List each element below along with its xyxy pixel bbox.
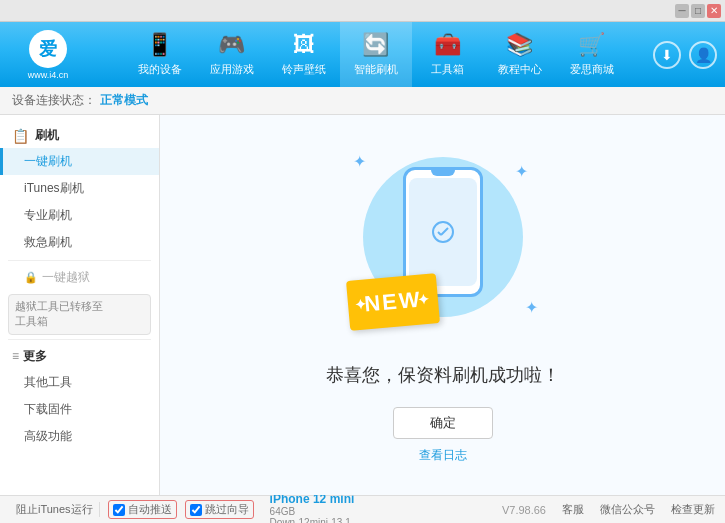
advanced-label: 高级功能 [24,429,72,443]
nav-label-smart-flash: 智能刷机 [354,62,398,77]
bottom-right: V7.98.66 客服 微信公众号 检查更新 [502,502,715,517]
nav-icon-ringtone: 🖼 [293,32,315,58]
nav-label-tutorial: 教程中心 [498,62,542,77]
nav-icon-my-device: 📱 [146,32,173,58]
sparkle-3: ✦ [525,298,538,317]
more-section-label: 更多 [23,348,47,365]
close-button[interactable]: ✕ [707,4,721,18]
bottom-bar: 阻止iTunes运行 自动推送 跳过向导 iPhone 12 mini 64GB… [0,495,725,523]
new-star-left: ✦ [353,296,368,313]
pro-flash-label: 专业刷机 [24,208,72,222]
sidebar: 📋 刷机 一键刷机 iTunes刷机 专业刷机 救急刷机 🔒 一键越狱 越狱工具… [0,115,160,495]
flash-section-icon: 📋 [12,128,29,144]
nav-label-apps-games: 应用游戏 [210,62,254,77]
nav-icon-tutorial: 📚 [506,32,533,58]
nav-label-toolbox: 工具箱 [431,62,464,77]
jailbreak-label: 一键越狱 [42,269,90,286]
logo-symbol: 爱 [39,37,57,61]
nav-item-toolbox[interactable]: 🧰 工具箱 [412,22,484,87]
save-flash-label: 救急刷机 [24,235,72,249]
sidebar-item-advanced[interactable]: 高级功能 [0,423,159,450]
nav-icon-store: 🛒 [578,32,605,58]
one-key-flash-label: 一键刷机 [24,154,72,168]
nav-item-my-device[interactable]: 📱 我的设备 [124,22,196,87]
sidebar-divider-1 [8,260,151,261]
nav-item-smart-flash[interactable]: 🔄 智能刷机 [340,22,412,87]
check-update-link[interactable]: 检查更新 [671,502,715,517]
bottom-left: 阻止iTunes运行 自动推送 跳过向导 iPhone 12 mini 64GB… [10,492,502,524]
sidebar-note-jailbreak: 越狱工具已转移至工具箱 [8,294,151,335]
sidebar-item-pro-flash[interactable]: 专业刷机 [0,202,159,229]
logo-circle: 爱 [29,30,67,68]
sidebar-item-itunes-flash[interactable]: iTunes刷机 [0,175,159,202]
sparkle-2: ✦ [515,162,528,181]
sidebar-item-other-tools[interactable]: 其他工具 [0,369,159,396]
success-text: 恭喜您，保资料刷机成功啦！ [326,363,560,387]
phone-screen [409,178,477,286]
download-firmware-label: 下载固件 [24,402,72,416]
new-banner: ✦ NEW ✦ [345,273,439,331]
nav-item-store[interactable]: 🛒 爱思商城 [556,22,628,87]
illustration: ✦ ✦ ✦ ✦ NEW ✦ [343,147,543,347]
sidebar-section-flash[interactable]: 📋 刷机 [0,123,159,148]
auto-connect-input[interactable] [113,504,125,516]
svg-line-2 [441,228,448,235]
phone-notch [431,168,455,176]
new-star-right: ✦ [417,290,432,307]
nav-item-tutorial[interactable]: 📚 教程中心 [484,22,556,87]
sidebar-item-one-key-flash[interactable]: 一键刷机 [0,148,159,175]
title-bar: ─ □ ✕ [0,0,725,22]
sidebar-item-download-firmware[interactable]: 下载固件 [0,396,159,423]
sidebar-disabled-jailbreak: 🔒 一键越狱 [0,265,159,290]
device-storage: 64GB [270,506,355,517]
confirm-button[interactable]: 确定 [393,407,493,439]
nav-icon-smart-flash: 🔄 [362,32,389,58]
nav-item-apps-games[interactable]: 🎮 应用游戏 [196,22,268,87]
nav-icon-apps-games: 🎮 [218,32,245,58]
status-label: 设备连接状态： [12,92,96,109]
itunes-flash-label: iTunes刷机 [24,181,84,195]
skip-wizard-label: 跳过向导 [205,502,249,517]
top-nav: 爱 www.i4.cn 📱 我的设备 🎮 应用游戏 🖼 铃声壁纸 🔄 智能刷机 … [0,22,725,87]
stop-itunes-button[interactable]: 阻止iTunes运行 [10,502,100,517]
nav-item-ringtone[interactable]: 🖼 铃声壁纸 [268,22,340,87]
skip-wizard-input[interactable] [190,504,202,516]
sidebar-item-save-flash[interactable]: 救急刷机 [0,229,159,256]
view-log-link[interactable]: 查看日志 [419,447,467,464]
content-area: ✦ ✦ ✦ ✦ NEW ✦ 恭喜您，保资料刷机成功啦！ 确定 查看日志 [160,115,725,495]
sidebar-divider-2 [8,339,151,340]
user-button[interactable]: 👤 [689,41,717,69]
lock-icon: 🔒 [24,271,38,284]
svg-line-1 [438,232,441,235]
flash-section-label: 刷机 [35,127,59,144]
stop-itunes-label: 阻止iTunes运行 [16,502,93,517]
nav-label-my-device: 我的设备 [138,62,182,77]
wechat-link[interactable]: 微信公众号 [600,502,655,517]
logo-url: www.i4.cn [28,70,69,80]
more-section-icon: ≡ [12,349,19,363]
minimize-button[interactable]: ─ [675,4,689,18]
maximize-button[interactable]: □ [691,4,705,18]
status-bar: 设备连接状态： 正常模式 [0,87,725,115]
new-badge-text: NEW [363,286,422,317]
logo[interactable]: 爱 www.i4.cn [8,30,88,80]
sidebar-section-more[interactable]: ≡ 更多 [0,344,159,369]
nav-label-ringtone: 铃声壁纸 [282,62,326,77]
nav-label-store: 爱思商城 [570,62,614,77]
skip-wizard-checkbox[interactable]: 跳过向导 [185,500,254,519]
jailbreak-note: 越狱工具已转移至工具箱 [15,300,103,327]
other-tools-label: 其他工具 [24,375,72,389]
auto-connect-label: 自动推送 [128,502,172,517]
status-value: 正常模式 [100,92,148,109]
nav-items: 📱 我的设备 🎮 应用游戏 🖼 铃声壁纸 🔄 智能刷机 🧰 工具箱 📚 教程中心… [98,22,653,87]
download-button[interactable]: ⬇ [653,41,681,69]
nav-right: ⬇ 👤 [653,41,717,69]
customer-service-link[interactable]: 客服 [562,502,584,517]
device-system: Down-12mini-13.1 [270,517,355,524]
nav-icon-toolbox: 🧰 [434,32,461,58]
sparkle-1: ✦ [353,152,366,171]
auto-connect-checkbox[interactable]: 自动推送 [108,500,177,519]
main-layout: 📋 刷机 一键刷机 iTunes刷机 专业刷机 救急刷机 🔒 一键越狱 越狱工具… [0,115,725,495]
version-text: V7.98.66 [502,504,546,516]
device-info: iPhone 12 mini 64GB Down-12mini-13.1 [270,492,355,524]
